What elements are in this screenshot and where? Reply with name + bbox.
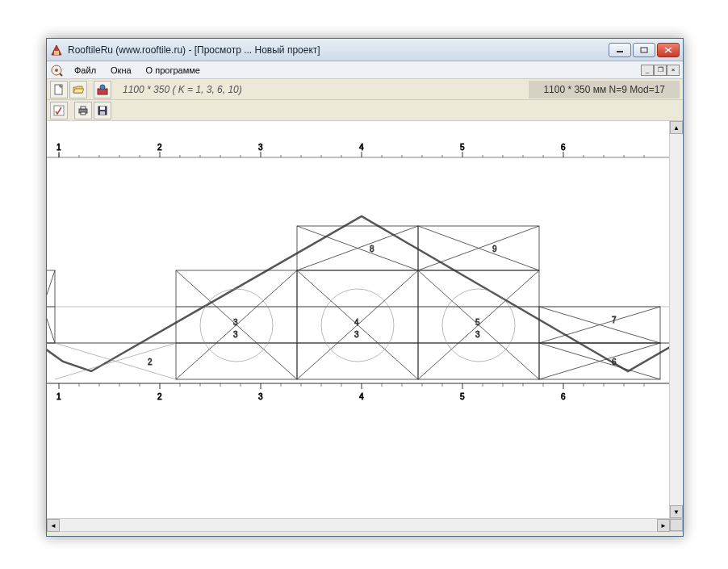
scroll-down-button[interactable]: ▼ [670, 505, 683, 518]
svg-text:3: 3 [233, 330, 238, 339]
svg-rect-18 [100, 111, 105, 115]
window-title: RooftileRu (www.rooftile.ru) - [Просмотр… [68, 44, 609, 56]
close-button[interactable] [657, 43, 680, 57]
print-icon [77, 105, 89, 116]
scroll-up-button[interactable]: ▲ [670, 121, 683, 134]
vertical-scrollbar[interactable]: ▲ ▼ [669, 121, 682, 518]
toolbar-secondary [47, 100, 683, 121]
svg-text:2: 2 [157, 392, 162, 401]
new-file-button[interactable] [50, 81, 68, 98]
svg-text:1: 1 [56, 143, 61, 152]
svg-text:4: 4 [354, 318, 359, 327]
window-buttons [609, 43, 680, 57]
minimize-button[interactable] [609, 43, 631, 57]
svg-text:1: 1 [56, 392, 61, 401]
app-window: RooftileRu (www.rooftile.ru) - [Просмотр… [46, 38, 684, 537]
dimension-text: 1100 * 350 ( K = 1, 3, 6, 10) [123, 84, 242, 95]
print-button[interactable] [74, 102, 92, 119]
svg-point-11 [100, 85, 105, 90]
run-icon [53, 105, 65, 116]
menu-icon [50, 64, 63, 77]
menu-windows[interactable]: Окна [104, 64, 138, 77]
save-icon [97, 105, 108, 116]
svg-text:4: 4 [359, 143, 364, 152]
svg-rect-15 [81, 112, 86, 115]
new-file-icon [53, 84, 65, 95]
svg-text:2: 2 [157, 143, 162, 152]
ruler-bottom: 1 2 3 4 5 6 [47, 383, 670, 401]
svg-text:5: 5 [460, 143, 465, 152]
svg-text:3: 3 [354, 330, 359, 339]
svg-rect-1 [54, 51, 59, 55]
settings-icon [97, 84, 108, 95]
svg-text:3: 3 [475, 330, 480, 339]
roof-outline [47, 216, 670, 371]
svg-text:3: 3 [233, 318, 238, 327]
mdi-restore-button[interactable]: ❐ [654, 65, 667, 76]
tool-button-1[interactable] [50, 102, 68, 119]
mdi-buttons: _ ❐ × [641, 65, 680, 76]
svg-text:6: 6 [561, 392, 566, 401]
svg-text:5: 5 [460, 392, 465, 401]
scroll-corner [670, 519, 683, 531]
svg-text:9: 9 [492, 245, 497, 253]
menu-file[interactable]: Файл [68, 64, 103, 77]
settings-button[interactable] [94, 81, 111, 98]
scroll-h-track[interactable] [60, 519, 657, 531]
svg-line-8 [60, 73, 62, 76]
menu-about[interactable]: О программе [140, 64, 207, 77]
drawing-svg: 1 2 3 4 5 6 1 2 3 4 5 6 [47, 121, 670, 518]
svg-text:3: 3 [258, 143, 263, 152]
svg-text:7: 7 [612, 316, 617, 324]
statusbar [47, 531, 683, 536]
scroll-left-button[interactable]: ◄ [47, 519, 60, 532]
svg-point-7 [55, 69, 58, 72]
svg-text:6: 6 [561, 143, 566, 152]
tile-info: 1100 * 350 мм N=9 Mod=17 [529, 81, 680, 98]
svg-rect-17 [100, 107, 105, 110]
svg-text:5: 5 [475, 318, 480, 327]
titlebar: RooftileRu (www.rooftile.ru) - [Просмотр… [47, 39, 683, 61]
svg-text:6: 6 [612, 358, 617, 366]
scroll-right-button[interactable]: ► [657, 519, 670, 532]
toolbar-main: 1100 * 350 ( K = 1, 3, 6, 10) 1100 * 350… [47, 79, 683, 100]
maximize-button[interactable] [633, 43, 655, 57]
mdi-close-button[interactable]: × [667, 65, 680, 76]
horizontal-scrollbar[interactable]: ◄ ► [47, 518, 683, 531]
save-button[interactable] [94, 102, 111, 119]
svg-text:2: 2 [148, 358, 153, 366]
app-icon [50, 44, 63, 56]
svg-rect-14 [81, 107, 86, 109]
ruler-top: 1 2 3 4 5 6 [47, 143, 670, 157]
svg-text:8: 8 [370, 245, 374, 253]
svg-text:3: 3 [258, 392, 263, 401]
svg-rect-3 [641, 48, 647, 52]
drawing-canvas[interactable]: 1 2 3 4 5 6 1 2 3 4 5 6 [47, 121, 683, 518]
svg-text:4: 4 [359, 392, 364, 401]
tiles: 1 2 3 3 [47, 226, 660, 379]
menubar: Файл Окна О программе _ ❐ × [47, 61, 683, 79]
open-file-icon [73, 84, 84, 95]
mdi-minimize-button[interactable]: _ [641, 65, 654, 76]
open-file-button[interactable] [69, 81, 87, 98]
